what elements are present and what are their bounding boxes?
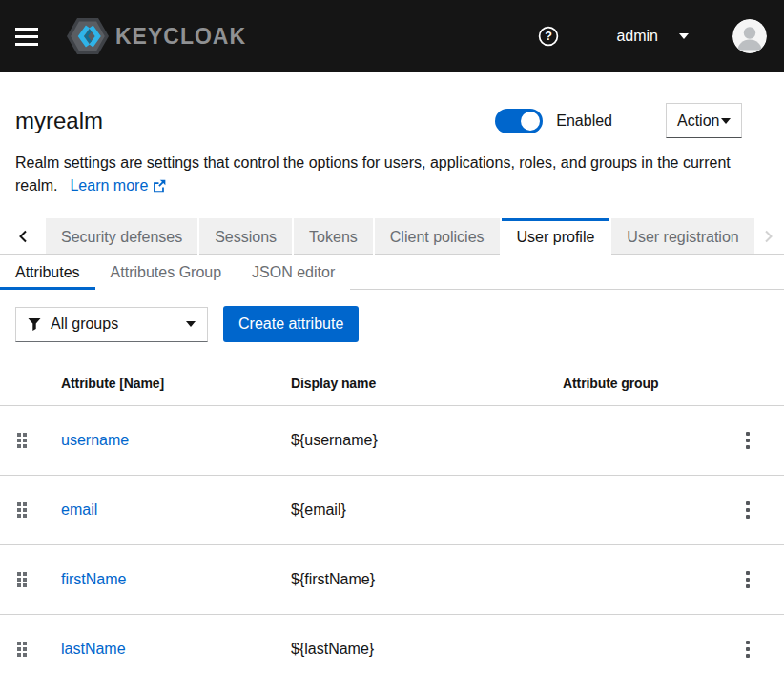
external-link-icon (153, 179, 166, 193)
subtab-json-editor[interactable]: JSON editor (237, 255, 350, 290)
page-title: myrealm (15, 108, 103, 134)
tab-tokens[interactable]: Tokens (294, 218, 373, 255)
avatar[interactable] (732, 19, 767, 53)
drag-handle[interactable] (17, 572, 27, 587)
tabs-list: Security defenses Sessions Tokens Client… (46, 218, 754, 255)
tabs-scroll-left-button[interactable] (0, 218, 46, 255)
nav-toggle-button[interactable] (15, 28, 38, 46)
learn-more-label: Learn more (70, 174, 148, 197)
attribute-display-name: ${lastName} (291, 641, 563, 658)
chevron-down-icon (721, 118, 731, 124)
group-filter-select[interactable]: All groups (15, 307, 208, 342)
attributes-table: Attribute [Name] Display name Attribute … (0, 360, 784, 674)
row-actions-kebab-button[interactable] (740, 565, 755, 594)
drag-handle[interactable] (17, 502, 27, 518)
table-row: firstName ${firstName} (0, 545, 784, 615)
attribute-name-link[interactable]: email (61, 501, 97, 518)
realm-settings-tabbar: Security defenses Sessions Tokens Client… (0, 218, 784, 255)
page-header: myrealm Enabled Action Realm settings ar… (0, 72, 784, 197)
attribute-display-name: ${email} (291, 501, 563, 519)
column-header-attribute-name: Attribute [Name] (61, 376, 291, 391)
svg-text:?: ? (546, 30, 553, 43)
attribute-name-link[interactable]: lastName (61, 641, 126, 657)
help-button[interactable]: ? (538, 26, 559, 47)
chevron-down-icon (186, 321, 196, 327)
row-actions-kebab-button[interactable] (740, 496, 755, 524)
enabled-toggle[interactable] (495, 109, 543, 133)
user-menu-button[interactable]: admin (616, 28, 689, 45)
user-profile-subtabbar: Attributes Attributes Group JSON editor (0, 255, 784, 290)
help-icon: ? (538, 26, 559, 47)
kebab-icon (746, 501, 750, 505)
chevron-right-icon (763, 230, 774, 243)
filter-icon (28, 317, 41, 331)
kebab-icon (746, 432, 750, 436)
chevron-down-icon (679, 33, 689, 39)
avatar-icon (732, 19, 767, 53)
action-dropdown[interactable]: Action (666, 103, 742, 138)
hamburger-icon (15, 28, 38, 31)
table-row: lastName ${lastName} (0, 615, 784, 674)
masthead-right: ? admin (538, 19, 767, 53)
attribute-display-name: ${firstName} (291, 571, 563, 588)
row-actions-kebab-button[interactable] (740, 635, 755, 664)
tab-user-registration[interactable]: User registration (611, 218, 753, 255)
title-row: myrealm Enabled Action (15, 103, 769, 138)
subtab-attributes-group[interactable]: Attributes Group (95, 255, 237, 290)
attributes-toolbar: All groups Create attribute (0, 306, 784, 342)
enabled-label: Enabled (556, 112, 612, 130)
group-filter-value: All groups (51, 316, 118, 333)
learn-more-link[interactable]: Learn more (70, 174, 166, 197)
drag-handle[interactable] (17, 642, 27, 657)
column-header-display-name: Display name (291, 376, 563, 391)
table-header-row: Attribute [Name] Display name Attribute … (0, 360, 784, 406)
username-label: admin (616, 28, 658, 45)
drag-handle[interactable] (17, 433, 27, 448)
create-attribute-button[interactable]: Create attribute (223, 306, 359, 342)
table-row: username ${username} (0, 406, 784, 476)
action-label: Action (677, 112, 719, 130)
column-header-attribute-group: Attribute group (563, 376, 723, 391)
header-controls: Enabled Action (495, 103, 742, 138)
table-row: email ${email} (0, 476, 784, 545)
tab-client-policies[interactable]: Client policies (375, 218, 500, 255)
brand-wordmark: KEYCLOAK (115, 24, 246, 50)
masthead: KEYCLOAK ? admin (0, 0, 784, 72)
chevron-left-icon (17, 230, 29, 243)
subtab-attributes[interactable]: Attributes (0, 255, 95, 290)
attribute-display-name: ${username} (291, 432, 563, 449)
tabs-scroll-right-button[interactable] (754, 218, 784, 255)
attribute-name-link[interactable]: firstName (61, 571, 126, 587)
attribute-name-link[interactable]: username (61, 432, 129, 448)
tab-user-profile[interactable]: User profile (502, 218, 610, 255)
realm-description: Realm settings are settings that control… (15, 152, 769, 197)
tab-security-defenses[interactable]: Security defenses (46, 218, 197, 255)
tab-sessions[interactable]: Sessions (199, 218, 292, 255)
kebab-icon (746, 571, 750, 575)
keycloak-hexagon-icon (67, 17, 109, 55)
toggle-knob (521, 112, 540, 131)
kebab-icon (746, 641, 750, 644)
row-actions-kebab-button[interactable] (740, 426, 755, 455)
keycloak-logo[interactable]: KEYCLOAK (67, 17, 246, 55)
